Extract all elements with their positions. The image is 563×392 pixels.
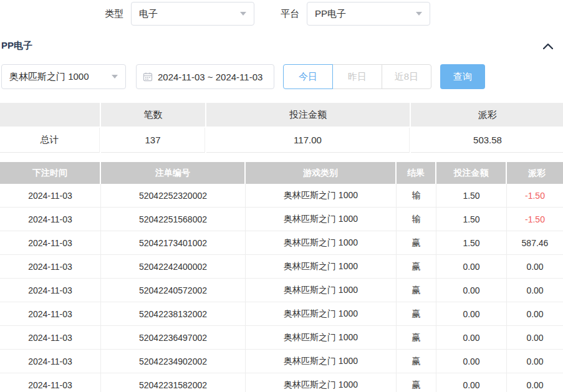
cell-bet-time: 2024-11-03 [0, 350, 101, 373]
cell-order-no: 52042251568002 [101, 208, 246, 231]
bets-header-game-type: 游戏类别 [246, 162, 395, 184]
cell-bet-amount: 1.50 [436, 231, 507, 254]
summary-header-bet-amount: 投注金额 [206, 103, 410, 127]
cell-payout: 0.00 [507, 350, 563, 373]
last8days-button[interactable]: 近8日 [382, 64, 431, 89]
cell-bet-amount: 0.00 [436, 350, 507, 373]
cell-payout: -1.50 [507, 208, 563, 231]
cell-game-type: 奥林匹斯之门 1000 [246, 231, 397, 254]
cell-payout: 0.00 [507, 302, 563, 325]
platform-select[interactable]: PP电子 [307, 2, 430, 26]
summary-header-payout: 派彩 [411, 103, 563, 127]
cell-bet-amount: 0.00 [436, 279, 507, 302]
cell-result: 赢 [397, 373, 436, 392]
table-row: 2024-11-0352042173401002奥林匹斯之门 1000赢1.50… [0, 231, 563, 255]
type-select[interactable]: 电子 [131, 2, 254, 26]
cell-result: 输 [397, 184, 436, 207]
bets-header-payout: 派彩 [507, 162, 563, 184]
bets-header-bet-amount: 投注金额 [436, 162, 506, 184]
calendar-icon [143, 72, 153, 82]
cell-game-type: 奥林匹斯之门 1000 [246, 184, 397, 207]
cell-game-type: 奥林匹斯之门 1000 [246, 326, 397, 349]
cell-bet-amount: 1.50 [436, 184, 507, 207]
cell-order-no: 52042252320002 [101, 184, 246, 207]
summary-total-count: 137 [101, 128, 205, 153]
summary-header-blank [0, 103, 100, 127]
table-row: 2024-11-0352042242400002奥林匹斯之门 1000赢0.00… [0, 255, 563, 279]
cell-result: 赢 [397, 279, 436, 302]
cell-game-type: 奥林匹斯之门 1000 [246, 255, 397, 278]
cell-order-no: 52042231582002 [101, 373, 246, 392]
cell-game-type: 奥林匹斯之门 1000 [246, 350, 397, 373]
yesterday-button[interactable]: 昨日 [332, 64, 382, 89]
game-select[interactable]: 奥林匹斯之门 1000 [1, 64, 126, 89]
platform-label: 平台 [281, 8, 299, 20]
cell-bet-amount: 0.00 [436, 373, 507, 392]
type-label: 类型 [105, 8, 123, 20]
today-button[interactable]: 今日 [283, 64, 333, 89]
bets-header-time: 下注时间 [0, 162, 100, 184]
cell-order-no: 52042238132002 [101, 302, 246, 325]
top-filter-bar: 类型 电子 平台 PP电子 [0, 0, 563, 26]
cell-bet-amount: 1.50 [436, 208, 507, 231]
section-title: PP电子 [1, 40, 32, 52]
cell-bet-time: 2024-11-03 [0, 373, 101, 392]
bets-header-order-no: 注单编号 [101, 162, 244, 184]
summary-total-bet-amount: 117.00 [206, 128, 410, 153]
cell-order-no: 52042173401002 [101, 231, 246, 254]
cell-bet-time: 2024-11-03 [0, 208, 101, 231]
summary-total-label: 总计 [0, 128, 100, 153]
section-header: PP电子 [0, 40, 563, 52]
cell-bet-time: 2024-11-03 [0, 326, 101, 349]
cell-payout: -1.50 [507, 184, 563, 207]
cell-bet-amount: 0.00 [436, 302, 507, 325]
platform-select-value: PP电子 [315, 8, 346, 20]
cell-order-no: 52042234902002 [101, 350, 246, 373]
quick-date-button-group: 今日 昨日 近8日 [283, 64, 431, 89]
type-select-value: 电子 [139, 8, 158, 20]
cell-result: 输 [397, 208, 436, 231]
search-button[interactable]: 查询 [440, 64, 485, 89]
cell-bet-amount: 0.00 [436, 255, 507, 278]
cell-result: 赢 [397, 350, 436, 373]
cell-game-type: 奥林匹斯之门 1000 [246, 279, 397, 302]
table-row: 2024-11-0352042251568002奥林匹斯之门 1000输1.50… [0, 208, 563, 231]
cell-bet-time: 2024-11-03 [0, 302, 101, 325]
summary-table: 笔数 投注金额 派彩 总计 137 117.00 503.58 [0, 103, 563, 153]
bets-table: 下注时间 注单编号 游戏类别 结果 投注金额 派彩 2024-11-035204… [0, 162, 563, 392]
chevron-down-icon [416, 12, 422, 16]
bets-header-result: 结果 [397, 162, 435, 184]
cell-order-no: 52042236497002 [101, 326, 246, 349]
cell-order-no: 52042242400002 [101, 255, 246, 278]
cell-result: 赢 [397, 302, 436, 325]
page: 类型 电子 平台 PP电子 PP电子 奥林匹斯之门 1000 [0, 0, 563, 392]
cell-bet-time: 2024-11-03 [0, 279, 101, 302]
cell-bet-amount: 0.00 [436, 326, 507, 349]
cell-payout: 0.00 [507, 279, 563, 302]
cell-payout: 0.00 [507, 326, 563, 349]
cell-order-no: 52042240572002 [101, 279, 246, 302]
summary-header-count: 笔数 [101, 103, 205, 127]
table-row: 2024-11-0352042231582002奥林匹斯之门 1000赢0.00… [0, 373, 563, 392]
table-row: 2024-11-0352042236497002奥林匹斯之门 1000赢0.00… [0, 326, 563, 350]
table-row: 2024-11-0352042252320002奥林匹斯之门 1000输1.50… [0, 184, 563, 208]
date-range-input[interactable]: 2024-11-03 ~ 2024-11-03 [136, 64, 274, 89]
table-row: 2024-11-0352042240572002奥林匹斯之门 1000赢0.00… [0, 279, 563, 302]
summary-total-row: 总计 137 117.00 503.58 [0, 128, 563, 153]
cell-result: 赢 [397, 326, 436, 349]
cell-game-type: 奥林匹斯之门 1000 [246, 208, 397, 231]
bets-table-body: 2024-11-0352042252320002奥林匹斯之门 1000输1.50… [0, 184, 563, 392]
cell-bet-time: 2024-11-03 [0, 184, 101, 207]
summary-table-header: 笔数 投注金额 派彩 [0, 103, 563, 127]
cell-payout: 0.00 [507, 255, 563, 278]
cell-result: 赢 [397, 231, 436, 254]
date-range-value: 2024-11-03 ~ 2024-11-03 [158, 72, 262, 82]
cell-game-type: 奥林匹斯之门 1000 [246, 302, 397, 325]
cell-result: 赢 [397, 255, 436, 278]
collapse-chevron-up-icon[interactable] [543, 43, 553, 49]
cell-payout: 587.46 [507, 231, 563, 254]
table-row: 2024-11-0352042234902002奥林匹斯之门 1000赢0.00… [0, 350, 563, 373]
cell-game-type: 奥林匹斯之门 1000 [246, 373, 397, 392]
table-row: 2024-11-0352042238132002奥林匹斯之门 1000赢0.00… [0, 302, 563, 326]
cell-bet-time: 2024-11-03 [0, 231, 101, 254]
